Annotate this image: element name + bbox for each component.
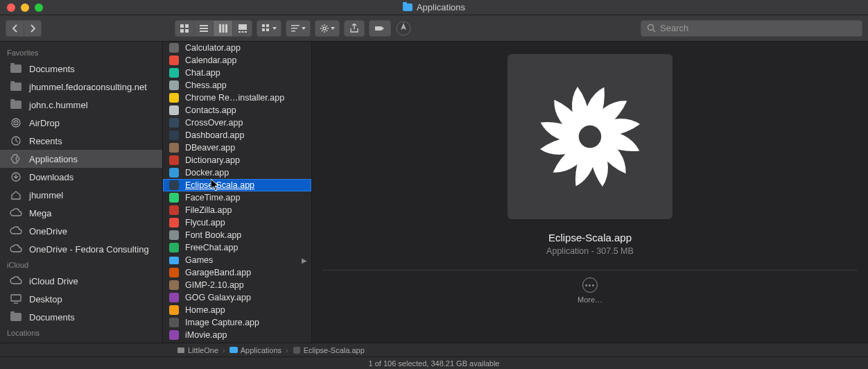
more-label: More… [578,295,602,304]
file-item[interactable]: GarageBand.app [163,266,311,279]
file-name: Docker.app [185,168,229,178]
maximize-button[interactable] [35,3,43,12]
file-item[interactable]: CrossOver.app [163,117,311,129]
app-icon [293,347,300,354]
sidebar-item[interactable]: Downloads [0,168,162,186]
group-by-button[interactable] [257,20,281,37]
action-button[interactable] [315,20,340,37]
file-item[interactable]: GIMP-2.10.app [163,279,311,291]
sort-by-button[interactable] [286,20,311,37]
sidebar-item-label: Downloads [29,172,73,182]
share-button[interactable] [344,20,365,37]
file-name: FreeChat.app [185,243,238,252]
app-preview-icon [528,74,652,199]
list-view-button[interactable] [194,20,214,37]
sidebar-item[interactable]: AirDrop [0,114,162,132]
file-list[interactable]: Calculator.appCalendar.appChat.appChess.… [163,42,312,343]
file-item[interactable]: Image Capture.app [163,316,311,329]
gallery-view-button[interactable] [233,20,252,37]
path-segment[interactable]: Applications [229,346,281,354]
svg-rect-20 [291,31,295,32]
file-item[interactable]: Contacts.app [163,104,311,117]
file-name: Calendar.app [185,55,236,65]
svg-rect-19 [291,28,297,29]
column-view-button[interactable] [214,20,233,37]
sidebar-section-header: iCloud [0,258,162,272]
file-item[interactable]: Eclipse-Scala.app [163,179,311,191]
folder-item[interactable]: Games▶ [163,254,311,266]
tags-button[interactable] [369,20,391,37]
path-segment[interactable]: LittleOne [177,346,218,354]
file-name: Flycut.app [185,218,225,228]
search-field[interactable] [641,20,862,37]
file-item[interactable]: iMovie.app [163,329,311,341]
folder-icon [10,83,21,91]
list-icon [199,24,209,33]
sidebar-item[interactable]: Desktop [0,290,162,308]
file-item[interactable]: Flycut.app [163,216,311,229]
downloads-icon [10,171,21,182]
file-item[interactable]: FreeChat.app [163,241,311,254]
file-item[interactable]: Font Book.app [163,229,311,241]
sidebar-item-label: jhummel [29,190,63,200]
sidebar-item-label: Recents [29,136,62,146]
path-bar: LittleOne›Applications›Eclipse-Scala.app [0,343,868,357]
sidebar-item[interactable]: Recents [0,132,162,150]
file-item[interactable]: DBeaver.app [163,141,311,154]
icon-view-button[interactable] [175,20,194,37]
file-item[interactable]: Dashboard.app [163,129,311,141]
sidebar-item[interactable]: OneDrive - Fedora Consulting [0,240,162,258]
gallery-icon [238,24,248,33]
sidebar-item[interactable]: jhummel.fedoraconsulting.net [0,78,162,96]
file-item[interactable]: Chess.app [163,79,311,92]
file-item[interactable]: Dictionary.app [163,154,311,166]
sidebar-item[interactable]: Applications [0,150,162,168]
file-item[interactable]: GOG Galaxy.app [163,291,311,304]
minimize-button[interactable] [21,3,29,12]
icloud-icon [10,276,22,286]
sidebar-item[interactable]: Documents [0,60,162,78]
airdrop-toolbar-button[interactable] [395,20,417,37]
window-title: Applications [403,2,465,12]
svg-rect-11 [238,31,241,33]
grid-small-icon [261,24,271,33]
file-item[interactable]: Calculator.app [163,42,311,54]
file-item[interactable]: Calendar.app [163,54,311,67]
file-name: FileZilla.app [185,205,232,215]
sidebar-item[interactable]: john.c.hummel [0,96,162,114]
file-item[interactable]: Chat.app [163,67,311,79]
file-name: GOG Galaxy.app [185,293,251,302]
app-icon [169,205,179,215]
sidebar-item[interactable]: jhummel [0,186,162,204]
back-button[interactable] [6,20,24,37]
sidebar-item-label: Documents [29,312,75,323]
file-name: Chat.app [185,68,220,78]
sidebar-item[interactable]: Mega [0,204,162,222]
window-title-text: Applications [417,2,465,12]
app-icon [169,330,179,340]
file-item[interactable]: FaceTime.app [163,191,311,204]
app-icon [169,193,179,203]
app-icon [169,305,179,315]
svg-rect-15 [266,24,269,27]
more-button[interactable]: ••• More… [578,277,602,304]
preview-meta: Application - 307.5 MB [546,246,634,256]
file-item[interactable]: Home.app [163,304,311,316]
app-icon [169,168,179,178]
path-segment[interactable]: Eclipse-Scala.app [293,346,365,354]
sidebar[interactable]: FavoritesDocumentsjhummel.fedoraconsulti… [0,42,163,343]
file-item[interactable]: FileZilla.app [163,204,311,216]
close-button[interactable] [7,3,15,12]
search-input[interactable] [660,23,856,33]
sidebar-item[interactable]: Documents [0,308,162,326]
sidebar-item[interactable]: iCloud Drive [0,272,162,290]
sidebar-item[interactable]: OneDrive [0,222,162,240]
svg-rect-4 [200,25,208,26]
sort-icon [290,24,300,33]
app-icon [169,230,179,240]
forward-button[interactable] [24,20,42,37]
preview-filename: Eclipse-Scala.app [548,232,632,243]
file-name: CrossOver.app [185,118,243,128]
file-item[interactable]: Chrome Re…installer.app [163,92,311,104]
file-item[interactable]: Docker.app [163,166,311,179]
